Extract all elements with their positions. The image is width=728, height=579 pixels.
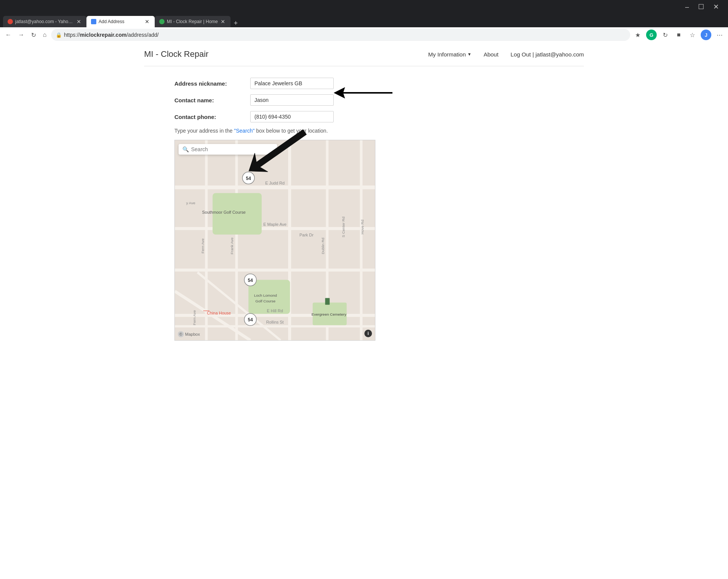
- contact-phone-input[interactable]: [250, 111, 334, 122]
- contact-phone-row: Contact phone:: [174, 111, 584, 122]
- bookmark-star-icon[interactable]: ★: [632, 30, 643, 40]
- contact-name-input[interactable]: [250, 94, 334, 106]
- contact-name-label: Contact name:: [174, 97, 250, 103]
- refresh-icon[interactable]: ↻: [660, 30, 670, 40]
- nav-links: My Information ▼ About Log Out | jatlast…: [428, 51, 584, 58]
- browser-actions: ★ G ↻ ■ ☆ J ⋯: [632, 30, 725, 40]
- svg-rect-6: [175, 269, 375, 272]
- map-search-bar: 🔍: [179, 144, 277, 155]
- address-nickname-label: Address nickname:: [174, 80, 250, 87]
- browser-chrome: – ☐ ✕ jatlast@yahoo.com - Yahoo Mail ✕ A…: [0, 0, 728, 42]
- address-bar-row: ← → ↻ ⌂ 🔒 https://miclockrepair.com/addr…: [0, 27, 728, 42]
- instruction-text: Type your address in the "Search" box be…: [174, 128, 584, 134]
- map-container: 🔍: [174, 140, 375, 341]
- menu-icon[interactable]: ⋯: [714, 30, 725, 40]
- address-nickname-input[interactable]: [250, 78, 334, 89]
- my-information-link[interactable]: My Information ▼: [428, 51, 471, 58]
- svg-text:E Judd Rd: E Judd Rd: [265, 181, 284, 185]
- logout-link[interactable]: Log Out | jatlast@yahoo.com: [511, 51, 584, 58]
- annotation-container: [250, 78, 334, 89]
- arrow-annotation: [334, 70, 394, 116]
- window-controls[interactable]: – ☐ ✕: [682, 3, 722, 11]
- site-logo: MI - Clock Repair: [144, 49, 209, 59]
- svg-rect-4: [175, 186, 375, 189]
- grammarly-icon[interactable]: G: [646, 30, 657, 40]
- svg-text:Park Dr: Park Dr: [300, 233, 314, 237]
- svg-rect-13: [360, 140, 362, 340]
- bookmark-icon[interactable]: ☆: [687, 30, 698, 40]
- address-nickname-row: Address nickname:: [174, 78, 584, 89]
- map-svg: Southmoor Golf Course Loch Lomond Golf C…: [175, 140, 375, 340]
- back-button[interactable]: ←: [3, 30, 14, 40]
- map-info-button[interactable]: i: [364, 330, 372, 337]
- svg-text:Fern Ave: Fern Ave: [201, 238, 205, 254]
- tab-mi-clock-repair[interactable]: MI - Clock Repair | Home ✕: [155, 16, 231, 27]
- svg-rect-8: [175, 325, 375, 327]
- svg-text:54: 54: [248, 278, 253, 283]
- svg-rect-10: [235, 140, 238, 340]
- svg-text:Evergreen Cemetery: Evergreen Cemetery: [312, 312, 347, 316]
- contact-phone-label: Contact phone:: [174, 114, 250, 120]
- tab-bar: jatlast@yahoo.com - Yahoo Mail ✕ Add Add…: [0, 14, 728, 27]
- svg-text:Loch Lomond: Loch Lomond: [254, 293, 277, 297]
- svg-rect-22: [325, 298, 329, 305]
- tab-close-clock[interactable]: ✕: [220, 18, 226, 25]
- tab-add-address[interactable]: Add Address ✕: [86, 16, 155, 27]
- svg-text:y Ave: y Ave: [186, 201, 196, 205]
- mapbox-logo: © Mapbox: [178, 331, 200, 337]
- mapbox-logo-icon: ©: [178, 331, 184, 337]
- forward-button[interactable]: →: [16, 30, 27, 40]
- dropdown-arrow-icon: ▼: [468, 52, 472, 56]
- svg-text:S Center Rd: S Center Rd: [341, 217, 345, 238]
- profile-avatar[interactable]: J: [701, 30, 711, 40]
- new-tab-button[interactable]: +: [231, 19, 241, 27]
- reload-button[interactable]: ↻: [29, 30, 38, 40]
- svg-text:54: 54: [246, 176, 251, 181]
- svg-text:⎯⎯: ⎯⎯: [203, 305, 210, 311]
- lock-icon: 🔒: [56, 32, 62, 38]
- url-text: https://miclockrepair.com/address/add/: [64, 32, 159, 38]
- home-button[interactable]: ⌂: [41, 30, 49, 40]
- svg-text:Dublin Rd: Dublin Rd: [321, 238, 325, 254]
- site-nav: MI - Clock Repair My Information ▼ About…: [144, 42, 584, 66]
- svg-text:E Maple Ave: E Maple Ave: [263, 222, 286, 227]
- maximize-btn[interactable]: ☐: [695, 3, 707, 11]
- tab-close-address[interactable]: ✕: [144, 18, 150, 25]
- page-container: MI - Clock Repair My Information ▼ About…: [136, 42, 592, 348]
- svg-text:Rollins St: Rollins St: [266, 320, 284, 324]
- svg-text:54: 54: [248, 317, 253, 322]
- contact-name-row: Contact name:: [174, 94, 584, 106]
- svg-text:Southmoor Golf Course: Southmoor Golf Course: [202, 210, 246, 214]
- svg-text:Fern Ave: Fern Ave: [192, 310, 196, 325]
- address-bar[interactable]: 🔒 https://miclockrepair.com/address/add/: [51, 29, 630, 41]
- svg-text:E Hill Rd: E Hill Rd: [267, 308, 283, 313]
- form-section: Address nickname: Contact name:: [144, 66, 584, 348]
- minimize-btn[interactable]: –: [682, 3, 692, 11]
- close-btn[interactable]: ✕: [710, 3, 722, 11]
- svg-text:Hove Rd: Hove Rd: [360, 220, 364, 235]
- svg-text:Frank Ave: Frank Ave: [230, 237, 234, 254]
- svg-text:China House: China House: [207, 311, 231, 315]
- map-search-input[interactable]: [191, 146, 273, 152]
- svg-text:Golf Course: Golf Course: [256, 299, 276, 303]
- extension-icon[interactable]: ■: [673, 30, 684, 40]
- tab-close-yahoo[interactable]: ✕: [76, 18, 82, 25]
- tab-yahoo-mail[interactable]: jatlast@yahoo.com - Yahoo Mail ✕: [3, 16, 86, 27]
- mapbox-text: Mapbox: [185, 332, 200, 336]
- about-link[interactable]: About: [483, 51, 498, 58]
- map-search-icon: 🔍: [182, 146, 189, 152]
